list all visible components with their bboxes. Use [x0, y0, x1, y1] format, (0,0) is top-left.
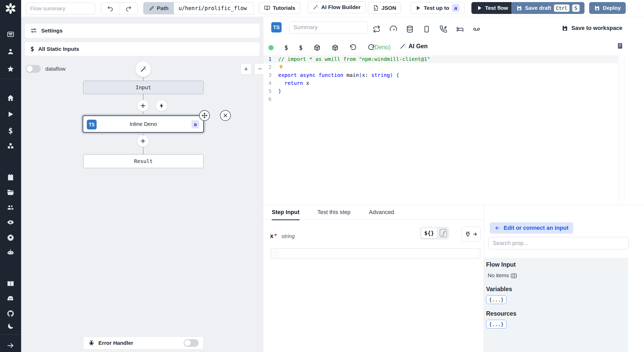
typescript-badge: TS — [87, 120, 97, 129]
expr-mode-button[interactable]: ${} — [421, 228, 437, 238]
test-up-to-button[interactable]: Test up to a — [410, 2, 464, 14]
flow-settings-row[interactable]: Settings — [24, 23, 260, 38]
windmill-logo-icon[interactable] — [5, 3, 16, 14]
resources-title: Resources — [486, 310, 628, 317]
resources-chip[interactable]: {...} — [486, 320, 506, 329]
suspend-phone-incoming-icon[interactable] — [439, 25, 447, 33]
kbd-ctrl: Ctrl — [554, 4, 570, 12]
package-cube-icon[interactable] — [332, 44, 339, 51]
audit-eye-icon[interactable] — [7, 218, 14, 226]
trigger-step-button[interactable] — [156, 100, 167, 112]
play-icon — [415, 5, 421, 11]
error-handler-row[interactable]: Error Handler — [83, 337, 204, 349]
folders-icon[interactable] — [7, 189, 14, 196]
connect-input-plug-button[interactable] — [462, 227, 481, 242]
variable-picker-dollar-icon[interactable]: $ — [284, 44, 288, 51]
package-cube-icon[interactable] — [313, 44, 321, 51]
path-input[interactable] — [174, 2, 254, 14]
tutorials-button[interactable]: Tutorials — [259, 2, 300, 14]
resource-picker-dollar-icon[interactable]: $ — [299, 44, 302, 51]
deno-runtime-label: (Deno) — [372, 44, 391, 51]
retries-repeat-icon[interactable] — [373, 25, 380, 33]
reset-rotate-ccw-icon[interactable] — [350, 44, 357, 51]
concurrency-square-icon[interactable] — [423, 25, 430, 33]
zoom-in-button[interactable]: + — [240, 63, 252, 75]
code-line[interactable]: 6 — [263, 95, 618, 103]
insert-step-button[interactable] — [137, 135, 149, 147]
error-handler-toggle[interactable] — [184, 339, 199, 347]
deploy-button[interactable]: Deploy — [589, 2, 626, 14]
redo-button[interactable] — [119, 3, 137, 14]
groups-users-icon[interactable] — [7, 203, 14, 211]
delete-node-button[interactable] — [220, 110, 231, 121]
typescript-badge: TS — [271, 22, 282, 32]
library-icon[interactable] — [616, 42, 624, 50]
quick-fix-lightbulb-icon[interactable] — [278, 64, 284, 70]
json-button[interactable]: JSON — [368, 2, 401, 14]
cache-database-icon[interactable] — [406, 25, 414, 33]
code-line[interactable]: 4 return x — [263, 79, 618, 87]
sleep-bed-icon[interactable] — [456, 25, 464, 33]
robot-icon[interactable] — [7, 249, 14, 256]
search-prop-input[interactable] — [488, 237, 629, 249]
apps-icon[interactable] — [7, 30, 14, 38]
fn-mode-button[interactable]: ƒ — [439, 228, 448, 238]
variables-title: Variables — [486, 286, 628, 293]
docs-book-icon[interactable] — [7, 280, 14, 288]
ai-step-wand-button[interactable] — [135, 61, 151, 77]
flow-node-input[interactable]: Input — [83, 81, 204, 94]
code-line[interactable]: 3export async function main(x: string) { — [263, 71, 618, 79]
code-editor[interactable]: 1// import * as wmill from "npm:windmill… — [263, 55, 618, 103]
undo-button[interactable] — [101, 3, 119, 14]
early-stop-gauge-icon[interactable] — [389, 25, 397, 33]
resources-boxes-icon[interactable] — [7, 142, 14, 150]
save-to-workspace-button[interactable]: Save to workspace — [562, 25, 622, 31]
save-icon — [594, 5, 600, 11]
flow-summary-input[interactable] — [26, 3, 95, 14]
flow-node-inline-deno[interactable]: TS Inline Deno a — [82, 115, 204, 133]
save-draft-label: Save draft — [525, 5, 551, 11]
star-icon[interactable] — [7, 65, 14, 73]
move-node-handle[interactable] — [199, 110, 210, 121]
runs-play-icon[interactable] — [7, 110, 14, 118]
edit-or-connect-button[interactable]: Edit or connect an input — [490, 222, 573, 234]
function-icon: ƒ — [440, 229, 447, 237]
tab-advanced[interactable]: Advanced — [369, 209, 394, 219]
arg-value-field[interactable] — [271, 248, 481, 259]
flow-node-result[interactable]: Result — [83, 154, 204, 168]
code-line[interactable]: 5} — [263, 87, 618, 95]
dataflow-toggle[interactable] — [26, 65, 41, 73]
settings-gear-icon[interactable] — [7, 233, 14, 241]
tab-step-input[interactable]: Step Input — [272, 209, 300, 220]
code-line[interactable]: 1// import * as wmill from "npm:windmill… — [263, 55, 618, 63]
tutorials-label: Tutorials — [273, 5, 295, 11]
variables-dollar-icon[interactable]: $ — [7, 126, 14, 134]
dark-mode-moon-icon[interactable] — [7, 322, 14, 330]
home-icon[interactable] — [7, 94, 14, 102]
mock-voicemail-icon[interactable] — [473, 25, 480, 33]
all-static-inputs-row[interactable]: $ All Static Inputs — [24, 42, 260, 56]
variables-chip[interactable]: {...} — [486, 295, 506, 304]
all-static-inputs-label: All Static Inputs — [38, 46, 79, 52]
schedules-calendar-icon[interactable] — [7, 174, 14, 181]
arrow-left-icon — [494, 225, 501, 231]
line-number: 3 — [263, 71, 278, 79]
save-draft-button[interactable]: Save draft Ctrl S — [511, 2, 584, 14]
discord-icon[interactable] — [7, 295, 14, 302]
path-edit-button[interactable]: Path — [143, 2, 174, 14]
tab-test-this-step[interactable]: Test this step — [317, 209, 350, 219]
prop-picker-tree: Flow Input No items ([]) Variables {...}… — [484, 258, 628, 352]
ai-flow-builder-button[interactable]: AI Flow Builder — [308, 1, 366, 13]
save-icon — [516, 5, 522, 11]
deploy-label: Deploy — [603, 5, 621, 11]
user-icon[interactable] — [7, 48, 14, 55]
ai-gen-button[interactable]: AI Gen — [399, 43, 428, 50]
test-flow-button[interactable]: Test flow — [471, 2, 513, 14]
github-icon[interactable] — [7, 310, 14, 317]
code-line[interactable]: 2 — [263, 63, 618, 71]
insert-step-button[interactable] — [137, 100, 149, 112]
editor-minimap-scrollbar[interactable] — [618, 55, 624, 203]
step-summary-input[interactable] — [289, 21, 368, 34]
error-handler-label: Error Handler — [98, 340, 180, 346]
expand-arrow-right-icon[interactable] — [7, 342, 14, 349]
